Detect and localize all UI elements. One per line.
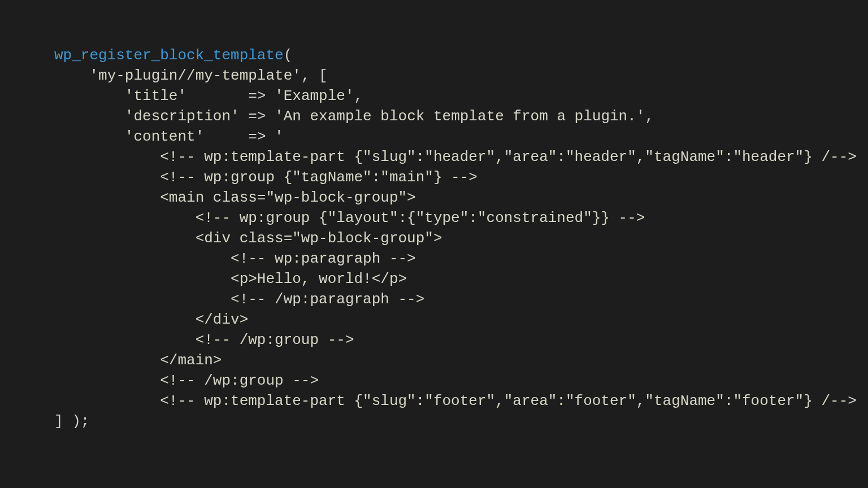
string-content: </div>: [54, 311, 248, 328]
string-content: <!-- wp:template-part {"slug":"header","…: [54, 149, 857, 165]
function-name: wp_register_block_template: [54, 47, 284, 64]
string-content: <!-- wp:group {"layout":{"type":"constra…: [54, 210, 645, 226]
string-content: </main>: [54, 352, 222, 369]
string-content: <main class="wp-block-group">: [54, 189, 416, 206]
string-literal: 'my-plugin//my-template': [89, 67, 301, 84]
indent: [54, 128, 125, 145]
string-content: <!-- wp:paragraph -->: [54, 250, 416, 267]
punct: , [: [301, 67, 328, 84]
string-content: <!-- wp:group {"tagName":"main"} -->: [54, 169, 478, 186]
array-key: 'content': [125, 128, 204, 145]
punct: ,: [645, 108, 654, 125]
code-block: wp_register_block_template( 'my-plugin//…: [0, 0, 868, 432]
string-content: <p>Hello, world!</p>: [54, 271, 407, 287]
string-content: <!-- wp:template-part {"slug":"footer","…: [54, 393, 857, 409]
string-literal: 'Example': [275, 88, 354, 104]
array-key: 'description': [125, 108, 240, 125]
string-content: <div class="wp-block-group">: [54, 230, 442, 247]
string-content: <!-- /wp:paragraph -->: [54, 291, 424, 308]
indent: [54, 108, 125, 125]
close-bracket: ] );: [54, 413, 89, 430]
indent: [54, 67, 89, 84]
string-content: <!-- /wp:group -->: [54, 372, 319, 389]
arrow-op: =>: [186, 88, 275, 104]
open-paren: (: [284, 47, 293, 64]
string-literal: 'An example block template from a plugin…: [275, 108, 645, 125]
string-open-quote: ': [275, 128, 284, 145]
arrow-op: =>: [204, 128, 275, 145]
arrow-op: =>: [240, 108, 275, 125]
punct: ,: [354, 88, 363, 104]
array-key: 'title': [125, 88, 186, 104]
indent: [54, 88, 125, 104]
string-content: <!-- /wp:group -->: [54, 332, 354, 348]
